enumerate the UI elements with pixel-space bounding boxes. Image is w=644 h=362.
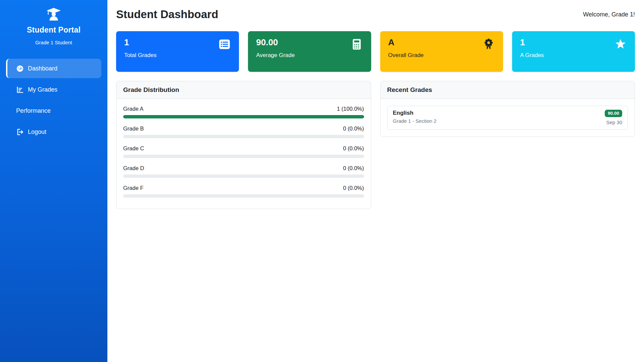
grade-value: 1 (100.0%)	[337, 106, 364, 112]
sidebar-logo: Student Portal Grade 1 Student	[0, 0, 107, 45]
progress-track	[123, 194, 364, 198]
sidebar-item-label: Performance	[16, 107, 51, 114]
sidebar: Student Portal Grade 1 Student Dashbo	[0, 0, 107, 362]
stat-value: 1	[520, 37, 627, 48]
recent-grade-info: English Grade 1 - Section 2	[393, 110, 437, 125]
sidebar-item-label: Dashboard	[28, 65, 57, 72]
distribution-row-grade-b: Grade B 0 (0.0%)	[123, 125, 364, 138]
stat-card-total-grades: 1 Total Grades	[116, 31, 239, 72]
sidebar-subtitle: Grade 1 Student	[0, 40, 107, 45]
bar-chart-icon	[16, 86, 24, 94]
progress-track	[123, 174, 364, 178]
recent-grades-body: English Grade 1 - Section 2 90.00 Sep 30	[381, 99, 635, 137]
grade-value: 0 (0.0%)	[343, 145, 364, 152]
grade-value: 0 (0.0%)	[343, 185, 364, 191]
stat-value: 1	[124, 37, 231, 48]
stat-card-overall-grade: A Overall Grade	[380, 31, 503, 72]
stat-card-a-grades: 1 A Grades	[512, 31, 635, 72]
distribution-row-grade-f: Grade F 0 (0.0%)	[123, 185, 364, 198]
distribution-row-grade-d: Grade D 0 (0.0%)	[123, 165, 364, 178]
grade-value: 0 (0.0%)	[343, 165, 364, 171]
sidebar-item-performance[interactable]: Performance	[6, 101, 101, 120]
list-icon	[218, 38, 231, 51]
welcome-text: Welcome, Grade 1!	[583, 11, 635, 18]
grade-label: Grade C	[123, 145, 144, 152]
content-row: Grade Distribution Grade A 1 (100.0%) Gr…	[116, 81, 635, 209]
sidebar-item-logout[interactable]: Logout	[6, 122, 101, 142]
distribution-row-grade-a: Grade A 1 (100.0%)	[123, 106, 364, 118]
stat-value: 90.00	[256, 37, 363, 48]
speedometer-icon	[16, 65, 24, 72]
grade-label: Grade D	[123, 165, 144, 171]
sidebar-title: Student Portal	[0, 25, 107, 35]
stat-label: A Grades	[520, 52, 627, 59]
grade-label: Grade F	[123, 185, 144, 191]
distribution-row-grade-c: Grade C 0 (0.0%)	[123, 145, 364, 158]
sidebar-item-label: Logout	[28, 128, 46, 136]
calculator-icon	[350, 38, 363, 51]
sidebar-item-label: My Grades	[28, 86, 57, 93]
grade-value: 0 (0.0%)	[343, 125, 364, 132]
sidebar-item-my-grades[interactable]: My Grades	[6, 80, 101, 99]
sidebar-item-dashboard[interactable]: Dashboard	[6, 59, 101, 78]
stat-label: Total Grades	[124, 52, 231, 59]
subject-name: English	[393, 110, 437, 116]
logout-icon	[16, 128, 24, 136]
sidebar-nav: Dashboard My Grades Performance	[0, 59, 107, 142]
stat-label: Average Grade	[256, 52, 363, 59]
star-icon	[614, 38, 627, 51]
grade-label: Grade B	[123, 125, 144, 132]
stat-card-average-grade: 90.00 Average Grade	[248, 31, 371, 72]
recent-grade-item: English Grade 1 - Section 2 90.00 Sep 30	[387, 106, 628, 130]
subject-detail: Grade 1 - Section 2	[393, 118, 437, 124]
grade-label: Grade A	[123, 106, 144, 112]
recent-grades-panel: Recent Grades English Grade 1 - Section …	[380, 81, 635, 137]
progress-track	[123, 155, 364, 158]
grade-distribution-title: Grade Distribution	[116, 81, 371, 99]
grade-distribution-panel: Grade Distribution Grade A 1 (100.0%) Gr…	[116, 81, 371, 209]
recent-grades-title: Recent Grades	[381, 81, 635, 99]
stat-cards-row: 1 Total Grades	[116, 31, 635, 72]
page-title: Student Dashboard	[116, 8, 218, 21]
award-icon	[482, 38, 495, 51]
topbar: Student Dashboard Welcome, Grade 1!	[116, 8, 635, 21]
grade-date: Sep 30	[605, 119, 622, 125]
graduate-icon	[46, 18, 62, 24]
main-content: Student Dashboard Welcome, Grade 1! 1 To…	[107, 0, 644, 209]
score-badge: 90.00	[605, 110, 622, 117]
grade-distribution-body: Grade A 1 (100.0%) Grade B 0 (0.0%)	[116, 99, 371, 209]
progress-track	[123, 115, 364, 118]
recent-grade-meta: 90.00 Sep 30	[605, 110, 622, 125]
progress-track	[123, 135, 364, 138]
stat-value: A	[388, 37, 495, 48]
stat-label: Overall Grade	[388, 52, 495, 59]
progress-fill	[123, 115, 364, 118]
